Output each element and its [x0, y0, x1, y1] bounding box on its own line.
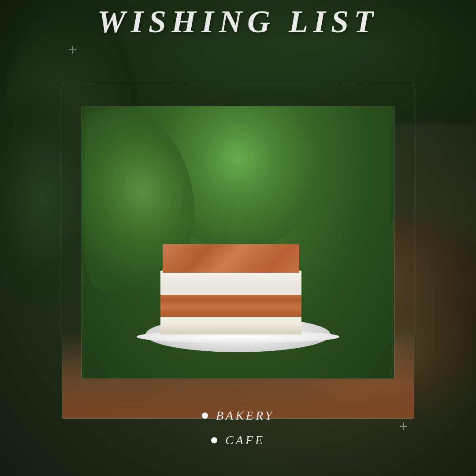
label-text-cafe: CAFE [225, 433, 265, 447]
label-dot-bakery [202, 413, 208, 419]
dessert-layer-middle-brown [160, 293, 301, 317]
dessert-layer-bottom-cream [160, 315, 301, 335]
dessert [160, 233, 301, 335]
page-content: WISHING LIST + + [0, 0, 476, 476]
label-item-cafe: CAFE [211, 433, 265, 447]
label-item-bakery: BAKERY [202, 409, 274, 423]
food-photo [82, 106, 394, 379]
plus-icon-top-left: + [68, 42, 77, 58]
label-text-bakery: BAKERY [216, 409, 274, 423]
dessert-layer-middle-cream [160, 271, 301, 295]
labels-area: BAKERY CAFE [0, 409, 476, 447]
label-dot-cafe [211, 437, 217, 443]
dessert-layer-top-brown [163, 244, 299, 273]
photo-inner [82, 106, 394, 379]
page-title: WISHING LIST [97, 4, 379, 39]
